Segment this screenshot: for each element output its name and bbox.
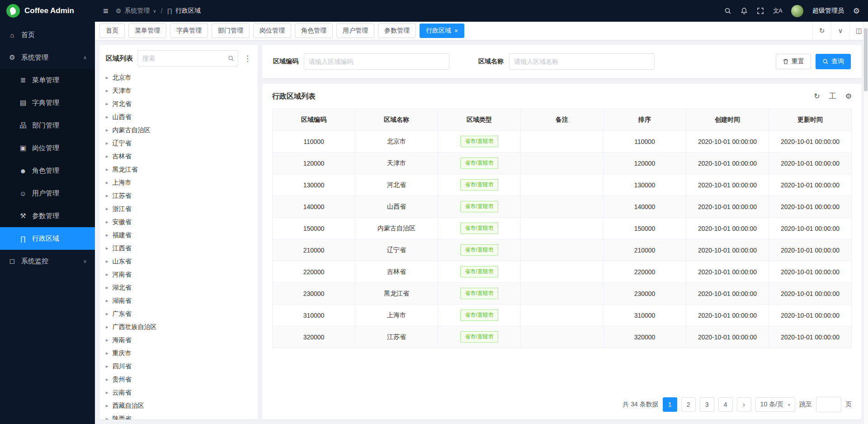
tree-item[interactable]: ▸天津市	[99, 84, 258, 97]
tree-item[interactable]: ▸贵州省	[99, 373, 258, 386]
tree-item[interactable]: ▸山西省	[99, 110, 258, 124]
search-icon[interactable]	[724, 7, 731, 14]
tree-item[interactable]: ▸四川省	[99, 360, 258, 373]
search-icon[interactable]	[228, 55, 234, 62]
caret-right-icon[interactable]: ▸	[106, 376, 108, 382]
sidebar-item-字典管理[interactable]: ▤字典管理	[0, 91, 95, 114]
caret-right-icon[interactable]: ▸	[106, 88, 108, 94]
bell-icon[interactable]	[741, 7, 748, 14]
caret-right-icon[interactable]: ▸	[106, 167, 108, 172]
tree-item[interactable]: ▸山东省	[99, 255, 258, 268]
tree-item[interactable]: ▸吉林省	[99, 150, 258, 163]
page-button-2[interactable]: 2	[681, 397, 696, 412]
sidebar-item-系统管理[interactable]: ⚙系统管理∧	[0, 46, 95, 69]
scrollbar-thumb[interactable]	[864, 28, 868, 91]
tab-菜单管理[interactable]: 菜单管理	[128, 24, 166, 38]
tree-item[interactable]: ▸北京市	[99, 71, 258, 84]
page-button-4[interactable]: 4	[718, 397, 733, 412]
tab-首页[interactable]: 首页	[99, 24, 125, 38]
tree-item[interactable]: ▸广东省	[99, 307, 258, 320]
caret-right-icon[interactable]: ▸	[106, 337, 108, 343]
tree-item[interactable]: ▸辽宁省	[99, 137, 258, 150]
caret-right-icon[interactable]: ▸	[106, 285, 108, 291]
refresh-icon[interactable]: ↻	[812, 22, 831, 40]
page-size-select[interactable]: 10 条/页 ▾	[755, 397, 795, 412]
fullscreen-icon[interactable]	[757, 7, 764, 14]
tree-item[interactable]: ▸内蒙古自治区	[99, 124, 258, 137]
tree-item[interactable]: ▸浙江省	[99, 202, 258, 215]
settings-gear-icon[interactable]: ⚙	[853, 6, 860, 16]
sidebar-item-行政区域[interactable]: ∏行政区域	[0, 227, 95, 250]
page-button-1[interactable]: 1	[663, 397, 677, 412]
refresh-icon[interactable]: ↻	[814, 92, 820, 101]
collapse-sidebar-icon[interactable]: ≡	[103, 6, 108, 16]
tree-item[interactable]: ▸湖南省	[99, 294, 258, 307]
caret-right-icon[interactable]: ▸	[106, 206, 108, 212]
next-page-button[interactable]: ›	[737, 397, 751, 412]
caret-right-icon[interactable]: ▸	[106, 363, 108, 369]
tree-item[interactable]: ▸湖北省	[99, 281, 258, 294]
tree-item[interactable]: ▸河北省	[99, 97, 258, 110]
tab-部门管理[interactable]: 部门管理	[212, 24, 250, 38]
tree-item[interactable]: ▸江西省	[99, 242, 258, 255]
sidebar-item-系统监控[interactable]: ◻系统监控∨	[0, 250, 95, 272]
caret-right-icon[interactable]: ▸	[106, 232, 108, 238]
region-search-input[interactable]	[142, 54, 225, 62]
tree-item[interactable]: ▸陕西省	[99, 412, 258, 419]
breadcrumb-parent[interactable]: 系统管理	[124, 7, 150, 15]
tab-字典管理[interactable]: 字典管理	[170, 24, 208, 38]
caret-right-icon[interactable]: ▸	[106, 114, 108, 120]
tab-用户管理[interactable]: 用户管理	[336, 24, 374, 38]
tree-item[interactable]: ▸福建省	[99, 229, 258, 242]
tab-行政区域[interactable]: 行政区域×	[420, 24, 464, 38]
page-button-3[interactable]: 3	[700, 397, 714, 412]
caret-right-icon[interactable]: ▸	[106, 416, 108, 419]
tree-item[interactable]: ▸云南省	[99, 386, 258, 399]
tree-item[interactable]: ▸黑龙江省	[99, 163, 258, 176]
region-code-input[interactable]	[304, 53, 449, 70]
caret-right-icon[interactable]: ▸	[106, 390, 108, 395]
row-density-icon[interactable]: 工	[829, 92, 836, 101]
user-name[interactable]: 超级管理员	[812, 7, 844, 15]
tab-参数管理[interactable]: 参数管理	[378, 24, 416, 38]
caret-right-icon[interactable]: ▸	[106, 153, 108, 159]
caret-right-icon[interactable]: ▸	[106, 193, 108, 199]
caret-right-icon[interactable]: ▸	[106, 180, 108, 186]
sidebar-item-菜单管理[interactable]: ≣菜单管理	[0, 69, 95, 91]
page-scrollbar[interactable]	[863, 22, 868, 424]
search-button[interactable]: 查询	[816, 54, 851, 69]
jump-page-input[interactable]	[816, 397, 841, 412]
sidebar-item-部门管理[interactable]: 品部门管理	[0, 114, 95, 137]
caret-right-icon[interactable]: ▸	[106, 311, 108, 317]
translate-icon[interactable]: 文A	[773, 7, 782, 15]
tab-角色管理[interactable]: 角色管理	[295, 24, 333, 38]
tree-item[interactable]: ▸海南省	[99, 333, 258, 347]
column-settings-icon[interactable]: ⚙	[845, 92, 852, 101]
reset-button[interactable]: 重置	[776, 54, 811, 69]
tree-item[interactable]: ▸河南省	[99, 268, 258, 281]
caret-right-icon[interactable]: ▸	[106, 127, 108, 133]
caret-right-icon[interactable]: ▸	[106, 350, 108, 356]
caret-right-icon[interactable]: ▸	[106, 272, 108, 277]
tab-岗位管理[interactable]: 岗位管理	[253, 24, 291, 38]
caret-right-icon[interactable]: ▸	[106, 298, 108, 304]
sidebar-item-首页[interactable]: ⌂首页	[0, 24, 95, 46]
caret-right-icon[interactable]: ▸	[106, 403, 108, 409]
caret-right-icon[interactable]: ▸	[106, 324, 108, 330]
sidebar-item-参数管理[interactable]: ⚒参数管理	[0, 205, 95, 227]
user-avatar[interactable]	[791, 5, 803, 17]
chevron-down-icon[interactable]: ∨	[831, 22, 849, 40]
caret-right-icon[interactable]: ▸	[106, 258, 108, 264]
caret-right-icon[interactable]: ▸	[106, 245, 108, 251]
region-name-input[interactable]	[509, 53, 655, 70]
sidebar-item-岗位管理[interactable]: ▣岗位管理	[0, 137, 95, 159]
caret-right-icon[interactable]: ▸	[106, 219, 108, 225]
tree-item[interactable]: ▸广西壮族自治区	[99, 320, 258, 333]
tree-item[interactable]: ▸上海市	[99, 176, 258, 189]
caret-right-icon[interactable]: ▸	[106, 101, 108, 107]
tree-item[interactable]: ▸西藏自治区	[99, 399, 258, 412]
tree-item[interactable]: ▸江苏省	[99, 189, 258, 202]
caret-right-icon[interactable]: ▸	[106, 75, 108, 81]
sidebar-item-用户管理[interactable]: ☺用户管理	[0, 182, 95, 205]
close-icon[interactable]: ×	[454, 28, 458, 34]
